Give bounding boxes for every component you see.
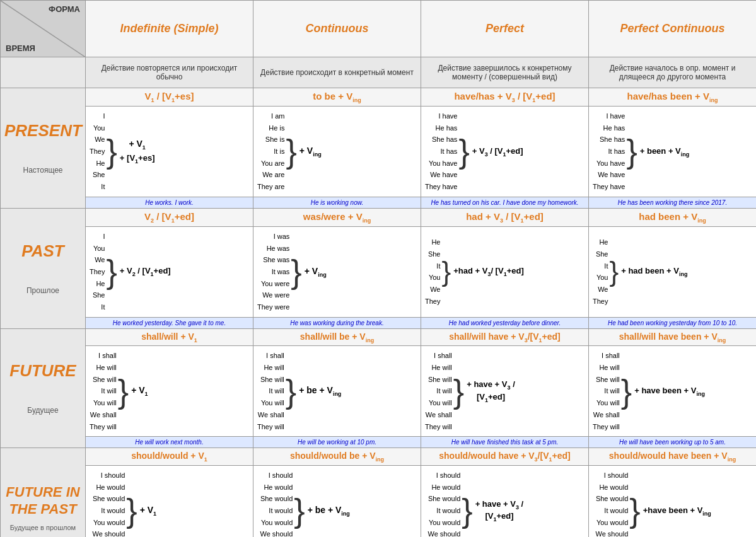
past-indef-content: IYouWeTheyHeSheIt } + V2 / [V1+ed] [86,226,253,317]
fitp-cont-content: I shouldHe wouldShe wouldIt wouldYou wou… [253,466,421,537]
future-perf-content: I shallHe willShe willIt willYou willWe … [421,346,589,437]
fitp-perf-formula: should/would have + V3/[V1+ed] [421,448,589,466]
past-perfcont-example: He had been working yesterday from 10 to… [589,317,757,328]
past-cont-content: I wasHe wasShe wasIt wasYou wereWe wereT… [253,226,421,317]
past-tense-cell: Past Прошлое [1,208,86,328]
future-cont-example: He will be working at 10 pm. [253,437,421,448]
present-indef-content: IYouWeTheyHeSheIt } + V1 + [V1+es] [86,107,253,197]
desc-indefinite: Действие повторяется или происходит обыч… [86,57,253,88]
fitp-name: Future in the Past [4,484,81,517]
fitp-indef-content: I shouldHe wouldShe wouldIt wouldYou wou… [86,466,253,537]
present-perfcont-formula: have/has been + Ving [589,88,757,107]
past-cont-formula: was/were + Ving [253,208,421,226]
header-row: ФОРМА ВРЕМЯ Indefinite (Simple) Continuo… [1,1,757,57]
description-row: Действие повторяется или происходит обыч… [1,57,757,88]
past-perfcont-content: HeSheItYouWeThey } + had been + Ving [589,226,757,317]
present-name: Present [4,121,81,141]
past-formula-row: Past Прошлое V2 / [V1+ed] was/were + Vin… [1,208,757,226]
present-content-row: IYouWeTheyHeSheIt } + V1 + [V1+es] I amH… [1,107,757,197]
present-cont-example: He is working now. [253,197,421,208]
present-perf-content: I haveHe hasShe hasIt hasYou haveWe have… [421,107,589,197]
fitp-perf-content: I shouldHe wouldShe wouldIt wouldYou wou… [421,466,589,537]
header-continuous: Continuous [253,1,421,57]
past-cont-example: He was working during the break. [253,317,421,328]
present-indef-formula: V1 / [V1+es] [86,88,253,107]
header-perfect-continuous: Perfect Continuous [589,1,757,57]
fitp-indef-formula: should/would + V1 [86,448,253,466]
past-indef-formula: V2 / [V1+ed] [86,208,253,226]
future-indef-content: I shallHe willShe willIt willYou willWe … [86,346,253,437]
fitp-cont-formula: should/would be + Ving [253,448,421,466]
forma-label: ФОРМА [49,4,80,14]
fitp-tense-cell: Future in the Past Будущее в прошлом [1,448,86,537]
fitp-formula-row: Future in the Past Будущее в прошлом sho… [1,448,757,466]
future-russian: Будущее [4,406,81,415]
present-indef-example: He works. I work. [86,197,253,208]
perfect-title: Perfect [486,22,524,35]
past-perfcont-formula: had been + Ving [589,208,757,226]
present-tense-cell: Present Настоящее [1,88,86,209]
header-perfect: Perfect [421,1,589,57]
present-cont-content: I amHe isShe isIt isYou areWe areThey ar… [253,107,421,197]
desc-empty [1,57,86,88]
past-examples-row: He worked yesterday. She gave it to me. … [1,317,757,328]
future-cont-formula: shall/will be + Ving [253,328,421,346]
future-indef-formula: shall/will + V1 [86,328,253,346]
past-perf-formula: had + V3 / [V1+ed] [421,208,589,226]
forma-vremya-cell: ФОРМА ВРЕМЯ [1,1,86,57]
future-perf-formula: shall/will have + V3/[V1+ed] [421,328,589,346]
present-formula-row: Present Настоящее V1 / [V1+es] to be + V… [1,88,757,107]
past-indef-example: He worked yesterday. She gave it to me. [86,317,253,328]
future-tense-cell: Future Будущее [1,328,86,448]
continuous-title: Continuous [306,22,369,35]
future-perfcont-content: I shallHe willShe willIt willYou willWe … [589,346,757,437]
future-examples-row: He will work next month. He will be work… [1,437,757,448]
fitp-content-row: I shouldHe wouldShe wouldIt wouldYou wou… [1,466,757,537]
vremya-label: ВРЕМЯ [6,43,35,53]
future-indef-example: He will work next month. [86,437,253,448]
past-russian: Прошлое [4,286,81,295]
desc-perfect: Действие завершилось к конкретному момен… [421,57,589,88]
header-indefinite: Indefinite (Simple) [86,1,253,57]
future-cont-content: I shallHe willShe willIt willYou willWe … [253,346,421,437]
present-examples-row: He works. I work. He is working now. He … [1,197,757,208]
present-perf-example: He has turned on his car. I have done my… [421,197,589,208]
past-perf-example: He had worked yesterday before dinner. [421,317,589,328]
present-perfcont-content: I haveHe hasShe hasIt hasYou haveWe have… [589,107,757,197]
present-russian: Настоящее [4,166,81,175]
past-perf-content: HeSheItYouWeThey } +had + V3/ [V1+ed] [421,226,589,317]
desc-perfect-continuous: Действие началось в опр. момент и длящее… [589,57,757,88]
past-content-row: IYouWeTheyHeSheIt } + V2 / [V1+ed] I was… [1,226,757,317]
future-content-row: I shallHe willShe willIt willYou willWe … [1,346,757,437]
grammar-table: ФОРМА ВРЕМЯ Indefinite (Simple) Continuo… [0,0,756,537]
fitp-russian: Будущее в прошлом [4,524,81,531]
desc-continuous: Действие происходит в конкретный момент [253,57,421,88]
present-perfcont-example: He has been working there since 2017. [589,197,757,208]
present-perf-formula: have/has + V3 / [V1+ed] [421,88,589,107]
perfect-continuous-title: Perfect Continuous [620,22,724,35]
future-perfcont-example: He will have been working up to 5 am. [589,437,757,448]
future-formula-row: Future Будущее shall/will + V1 shall/wil… [1,328,757,346]
fitp-perfcont-content: I shouldHe wouldShe wouldIt wouldYou wou… [589,466,757,537]
fitp-perfcont-formula: should/would have been + Ving [589,448,757,466]
present-cont-formula: to be + Ving [253,88,421,107]
indefinite-title: Indefinite (Simple) [120,22,218,35]
future-name: Future [4,361,81,381]
future-perfcont-formula: shall/will have been + Ving [589,328,757,346]
future-perf-example: He will have finished this task at 5 pm. [421,437,589,448]
past-name: Past [4,241,81,261]
